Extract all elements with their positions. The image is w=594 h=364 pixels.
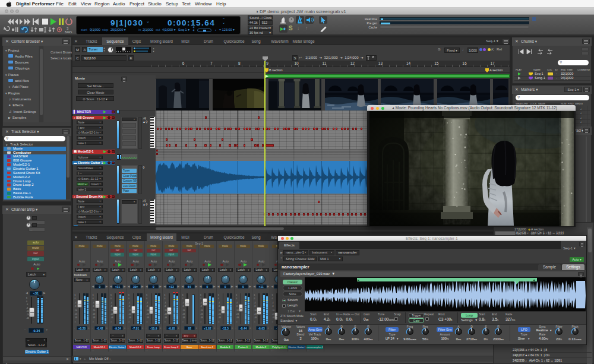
svg-text:3: 3 bbox=[67, 27, 69, 30]
svg-text:BARS: BARS bbox=[65, 31, 72, 34]
